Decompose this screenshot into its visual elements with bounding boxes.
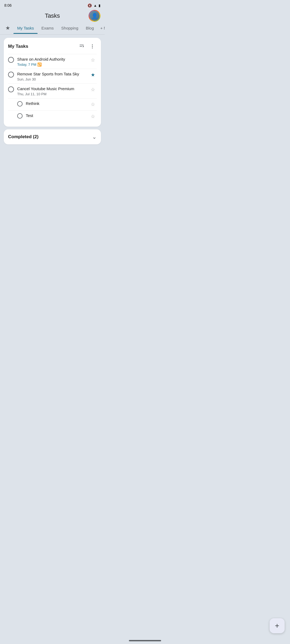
task-item: Test ☆ — [8, 110, 97, 122]
task-content-2: Remove Star Sports from Tata Sky Sun, Ju… — [17, 71, 86, 81]
svg-point-4 — [92, 47, 93, 48]
task-name-5: Test — [26, 113, 86, 118]
task-checkbox-2[interactable] — [8, 72, 14, 78]
tab-star[interactable]: ★ — [2, 21, 13, 34]
avatar-image: 👤 — [91, 13, 98, 19]
task-item: Share on Android Authority Today, 7 PM 🔁… — [8, 54, 97, 69]
task-content-3: Cancel Youtube Music Premium Thu, Jul 11… — [17, 86, 86, 96]
header: Tasks 👤 — [0, 10, 105, 21]
completed-header[interactable]: Completed (2) ⌄ — [8, 134, 97, 140]
task-name-2: Remove Star Sports from Tata Sky — [17, 71, 86, 77]
battery-icon: ▮ — [99, 3, 100, 8]
task-star-2[interactable]: ★ — [89, 71, 97, 79]
completed-section: Completed (2) ⌄ — [4, 129, 101, 144]
svg-point-3 — [92, 46, 93, 47]
task-content-5: Test — [26, 113, 86, 118]
main-content: My Tasks — [0, 35, 105, 148]
task-star-3[interactable]: ☆ — [89, 86, 97, 93]
tab-shopping[interactable]: Shopping — [57, 23, 82, 34]
task-card-actions — [77, 42, 97, 51]
tab-new[interactable]: + Ne — [98, 23, 105, 34]
tab-navigation: ★ My Tasks Exams Shopping Blog + Ne — [0, 21, 105, 35]
completed-title: Completed (2) — [8, 134, 38, 140]
task-star-4[interactable]: ☆ — [89, 101, 97, 108]
task-star-1[interactable]: ☆ — [89, 56, 97, 64]
page-title: Tasks — [45, 12, 60, 19]
task-star-5[interactable]: ☆ — [89, 113, 97, 120]
tab-my-tasks[interactable]: My Tasks — [13, 23, 38, 34]
task-name-3: Cancel Youtube Music Premium — [17, 86, 86, 92]
task-item: Rethink ☆ — [8, 98, 97, 110]
task-content-4: Rethink — [26, 101, 86, 106]
task-card-header: My Tasks — [8, 42, 97, 51]
task-checkbox-1[interactable] — [8, 57, 14, 63]
task-card: My Tasks — [4, 38, 101, 127]
wifi-icon: ▲ — [93, 3, 97, 8]
task-due-3: Thu, Jul 11, 10 PM — [17, 92, 86, 96]
task-checkbox-4[interactable] — [17, 101, 23, 107]
task-checkbox-5[interactable] — [17, 113, 23, 119]
status-icons: 🔇 ▲ ▮ — [88, 3, 100, 8]
avatar[interactable]: 👤 — [89, 10, 100, 22]
tab-blog[interactable]: Blog — [82, 23, 97, 34]
mute-icon: 🔇 — [88, 3, 92, 8]
tab-exams[interactable]: Exams — [38, 23, 57, 34]
task-list-title: My Tasks — [8, 44, 28, 49]
more-options-button[interactable] — [88, 42, 97, 51]
chevron-down-icon: ⌄ — [92, 134, 97, 140]
sort-button[interactable] — [77, 42, 86, 51]
status-time: 8:06 — [4, 3, 12, 8]
task-name-4: Rethink — [26, 101, 86, 106]
task-item: Remove Star Sports from Tata Sky Sun, Ju… — [8, 69, 97, 83]
svg-point-2 — [92, 45, 93, 45]
task-item: Cancel Youtube Music Premium Thu, Jul 11… — [8, 83, 97, 98]
task-content-1: Share on Android Authority Today, 7 PM 🔁 — [17, 56, 86, 67]
task-name-1: Share on Android Authority — [17, 56, 86, 62]
task-due-2: Sun, Jun 30 — [17, 77, 86, 81]
task-checkbox-3[interactable] — [8, 86, 14, 92]
task-due-1: Today, 7 PM 🔁 — [17, 63, 86, 67]
status-bar: 8:06 🔇 ▲ ▮ — [0, 0, 105, 10]
repeat-icon: 🔁 — [37, 63, 42, 67]
